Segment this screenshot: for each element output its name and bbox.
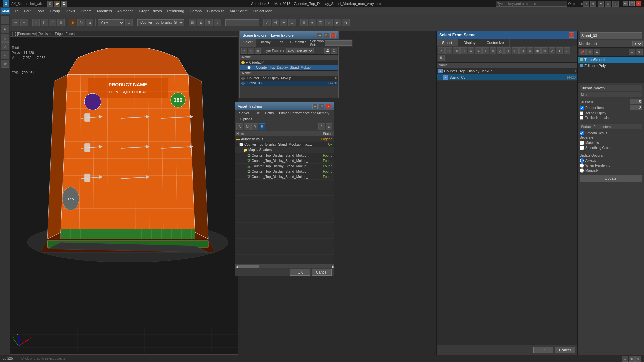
mod-item-turbosm[interactable]: TurboSmooth — [578, 57, 644, 63]
undo-btn[interactable]: ↩ — [12, 19, 19, 26]
asset-scrolltrack[interactable] — [238, 265, 332, 268]
hierarchy-icon[interactable]: △ — [1, 34, 9, 42]
menu-group[interactable]: Group — [47, 8, 63, 14]
minimize-btn[interactable]: ─ — [623, 1, 628, 6]
utilities-icon[interactable]: ⚒ — [1, 60, 9, 68]
sfscene-row-1[interactable]: ■ Counter_Top_Display_Mokup 0 — [437, 68, 577, 74]
sfscene-tab-customize[interactable]: Customize — [481, 39, 510, 46]
align3-btn[interactable]: ⊥ — [288, 19, 296, 26]
sfscene-row-2[interactable]: ■ Stand_03 14420 — [437, 74, 577, 81]
ts-render-iters-input[interactable] — [630, 105, 642, 110]
asset-row-img5[interactable]: 🖼 Counter_Top_Display_Stand_Mokup_03_Re:… — [235, 174, 334, 180]
select-btn[interactable]: ↖ — [32, 19, 40, 26]
sfscene-btn-3[interactable]: ⊞ — [453, 47, 460, 54]
render-btn[interactable]: ▷ — [325, 19, 333, 26]
viewport-canvas[interactable]: Total Polys: 14.420 Verts: 7.232 7.232 F… — [10, 38, 238, 354]
asset-maximize-btn[interactable]: □ — [319, 104, 324, 109]
render-setup-btn[interactable]: 🎬 — [317, 19, 324, 26]
scene-item-counter[interactable]: Counter_Top_Display_Stand_Mokup — [240, 65, 338, 70]
mod-name-input[interactable] — [580, 32, 642, 39]
window-cross-btn[interactable]: ⊞ — [57, 19, 65, 26]
asset-ok-btn[interactable]: OK — [290, 269, 310, 276]
scene-maximize-btn[interactable]: □ — [324, 33, 329, 38]
sfscene-btn-10[interactable]: ⊙ — [504, 47, 511, 54]
sfscene-tab-display[interactable]: Display — [458, 39, 481, 46]
sfscene-object-list[interactable]: ■ Counter_Top_Display_Mokup 0 ■ Stand_03… — [437, 68, 577, 345]
schematic-btn[interactable]: ⊞ — [300, 19, 308, 26]
menu-graph-editors[interactable]: Graph Editors — [137, 8, 165, 14]
ts-render-iters-check[interactable] — [580, 106, 584, 110]
close-btn[interactable]: × — [636, 1, 641, 6]
sfscene-close-btn[interactable]: × — [569, 32, 574, 38]
scene-minimize-btn[interactable]: ─ — [317, 33, 322, 38]
redo-btn[interactable]: ↪ — [20, 19, 28, 26]
menu-customize[interactable]: Customize — [204, 8, 227, 14]
scene-tab-customize[interactable]: Customize — [287, 39, 310, 47]
named-sel-input[interactable] — [225, 19, 259, 26]
sfscene-btn-11[interactable]: □ — [512, 47, 519, 54]
asset-minimize-btn[interactable]: ─ — [312, 104, 318, 109]
open-btn[interactable]: 📂 — [54, 1, 60, 7]
ts-isoline-check[interactable] — [580, 111, 583, 115]
sfscene-btn-1[interactable]: × — [438, 47, 445, 54]
mod-view-btn[interactable]: ⊡ — [586, 49, 593, 55]
asset-row-img4[interactable]: 🖼 Counter_Top_Display_Stand_Mokup_03_N..… — [235, 169, 334, 174]
sfscene-ok-btn[interactable]: OK — [533, 347, 553, 353]
new-btn[interactable]: 🗋 — [47, 1, 53, 7]
asset-row-img1[interactable]: 🖼 Counter_Top_Display_Stand_Mokup_03_Di.… — [235, 153, 334, 158]
mod-item-editpoly[interactable]: Editable Poly — [578, 63, 644, 69]
menu-tools[interactable]: Tools — [33, 8, 47, 14]
asset-row-img2[interactable]: 🖼 Counter_Top_Display_Stand_Mokup_03_Fr.… — [235, 158, 334, 164]
scene-item-default[interactable]: ▶ 0 (default) — [240, 60, 338, 65]
ts-iterations-input[interactable] — [630, 99, 642, 104]
mod-list-dropdown[interactable]: ▼ — [632, 41, 643, 46]
scale-btn[interactable]: ⊿ — [86, 19, 93, 26]
modify-icon[interactable]: ⚙ — [1, 25, 9, 33]
asset-btn-blue[interactable]: B — [259, 123, 265, 130]
select-region-btn[interactable]: ⬚ — [49, 19, 56, 26]
menu-corona[interactable]: Corona — [187, 8, 204, 14]
sfscene-btn-15[interactable]: ⊠ — [541, 47, 548, 54]
display-icon[interactable]: ○ — [1, 51, 9, 59]
manually-radio[interactable] — [580, 168, 584, 173]
sfscene-btn-13[interactable]: ● — [527, 47, 533, 54]
mod-down-btn[interactable]: ▼ — [636, 49, 643, 55]
sfscene-btn-14[interactable]: ◉ — [534, 47, 541, 54]
sfscene-btn-5[interactable]: ≡ — [468, 47, 474, 54]
reference-coord-dropdown[interactable]: View — [98, 19, 124, 26]
align2-btn[interactable]: ⊢ — [280, 19, 287, 26]
scene-close-btn[interactable]: × — [330, 33, 336, 38]
always-radio[interactable] — [580, 158, 584, 163]
materials-check[interactable] — [580, 141, 584, 145]
smooth-result-check[interactable] — [580, 131, 584, 135]
align-btn[interactable]: ⊣ — [272, 19, 279, 26]
activeshade-btn[interactable]: ◑ — [342, 19, 350, 26]
asset-help-btn[interactable]: ? — [318, 123, 325, 130]
sfscene-btn-2[interactable]: ⊡ — [445, 47, 452, 54]
asset-cancel-btn[interactable]: Cancel — [312, 269, 332, 276]
coord-center-btn[interactable]: ⊙ — [125, 19, 133, 26]
asset-menu-file[interactable]: File — [252, 111, 262, 115]
asset-close-btn[interactable]: × — [326, 104, 331, 109]
search-input[interactable] — [496, 1, 567, 7]
sfscene-cancel-btn[interactable]: Cancel — [555, 347, 575, 353]
asset-scroll-right[interactable]: ▶ — [332, 265, 334, 268]
snap-3d-btn[interactable]: ⊡ — [189, 19, 196, 26]
max-logo[interactable]: MAX — [1, 8, 10, 14]
asset-menu-bitmap[interactable]: Bitmap Performance and Memory — [276, 111, 332, 115]
scene-layer-list[interactable]: ▶ 0 (default) Counter_Top_Display_Stand_… — [240, 60, 338, 70]
when-rendering-radio[interactable] — [580, 163, 584, 168]
menu-animation[interactable]: Animation — [115, 8, 137, 14]
asset-row-vault[interactable]: ▬ Autodesk Vault Logged — [235, 137, 334, 142]
menu-file[interactable]: File — [10, 8, 21, 14]
sfscene-btn-4[interactable]: ⊟ — [460, 47, 467, 54]
scene-lower-item-1[interactable]: Counter_Top_Display_Mokup 0 — [240, 76, 338, 81]
menu-modifiers[interactable]: Modifiers — [94, 8, 115, 14]
menu-edit[interactable]: Edit — [21, 8, 33, 14]
sfscene-btn-6[interactable]: ⇅ — [475, 47, 482, 54]
scene-tab-display[interactable]: Display — [256, 39, 274, 47]
percent-snap-btn[interactable]: % — [205, 19, 213, 26]
ts-explicit-check[interactable] — [580, 116, 583, 120]
scene-close-x-btn[interactable]: × — [241, 48, 247, 54]
rotate-btn[interactable]: ↻ — [77, 19, 85, 26]
